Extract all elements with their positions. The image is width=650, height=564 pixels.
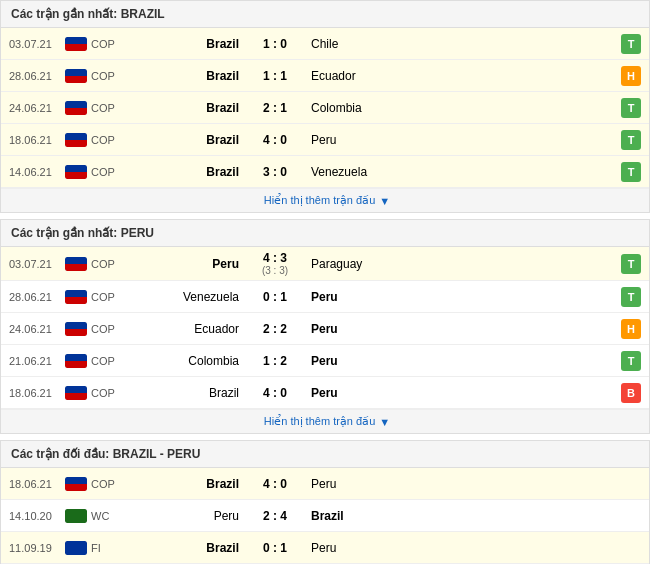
- comp-flag: [65, 322, 87, 336]
- home-team: Brazil: [145, 133, 245, 147]
- competition: COP: [65, 257, 145, 271]
- home-team: Brazil: [145, 541, 245, 555]
- result-badge: H: [621, 66, 641, 86]
- home-team: Peru: [145, 257, 245, 271]
- comp-label: COP: [91, 134, 115, 146]
- match-row: 21.06.21 COP Colombia 1 : 2 Peru T: [1, 345, 649, 377]
- svg-rect-3: [65, 76, 87, 83]
- match-row: 24.06.21 COP Ecuador 2 : 2 Peru H: [1, 313, 649, 345]
- result-badge: B: [621, 383, 641, 403]
- match-row: 18.06.21 COP Brazil 4 : 0 Peru B: [1, 377, 649, 409]
- competition: COP: [65, 386, 145, 400]
- svg-rect-13: [65, 297, 87, 304]
- svg-rect-22: [65, 509, 87, 516]
- competition: COP: [65, 133, 145, 147]
- score: 1 : 1: [245, 69, 305, 83]
- match-row: 28.06.21 COP Brazil 1 : 1 Ecuador H: [1, 60, 649, 92]
- match-row: 03.07.21 COP Brazil 1 : 0 Chile T: [1, 28, 649, 60]
- away-team: Peru: [305, 541, 405, 555]
- comp-flag: [65, 69, 87, 83]
- score: 0 : 1: [245, 290, 305, 304]
- svg-rect-15: [65, 329, 87, 336]
- comp-flag: [65, 354, 87, 368]
- comp-label: COP: [91, 387, 115, 399]
- match-date: 18.06.21: [9, 134, 65, 146]
- comp-label: WC: [91, 510, 109, 522]
- comp-label: COP: [91, 258, 115, 270]
- svg-rect-16: [65, 354, 87, 361]
- home-team: Brazil: [145, 165, 245, 179]
- comp-flag: [65, 541, 87, 555]
- section-brazil-recent: Các trận gần nhất: BRAZIL 03.07.21 COP B…: [0, 0, 650, 213]
- result-badge: T: [621, 254, 641, 274]
- chevron-down-icon: ▼: [379, 195, 390, 207]
- svg-rect-18: [65, 386, 87, 393]
- match-date: 24.06.21: [9, 323, 65, 335]
- match-row: 24.06.21 COP Brazil 2 : 1 Colombia T: [1, 92, 649, 124]
- competition: FI: [65, 541, 145, 555]
- away-team: Peru: [305, 354, 405, 368]
- match-row: 11.09.19 FI Brazil 0 : 1 Peru: [1, 532, 649, 564]
- chevron-down-icon: ▼: [379, 416, 390, 428]
- away-team: Peru: [305, 477, 405, 491]
- competition: COP: [65, 322, 145, 336]
- comp-flag: [65, 386, 87, 400]
- away-team: Paraguay: [305, 257, 405, 271]
- result-badge: T: [621, 130, 641, 150]
- comp-flag: [65, 133, 87, 147]
- svg-rect-5: [65, 108, 87, 115]
- home-team: Venezuela: [145, 290, 245, 304]
- competition: COP: [65, 37, 145, 51]
- comp-flag: [65, 509, 87, 523]
- svg-rect-24: [65, 541, 87, 548]
- score: 1 : 2: [245, 354, 305, 368]
- comp-label: COP: [91, 291, 115, 303]
- svg-rect-21: [65, 484, 87, 491]
- match-date: 24.06.21: [9, 102, 65, 114]
- match-row: 18.06.21 COP Brazil 4 : 0 Peru: [1, 468, 649, 500]
- match-date: 14.06.21: [9, 166, 65, 178]
- show-more-button[interactable]: Hiển thị thêm trận đấu ▼: [1, 188, 649, 212]
- svg-rect-10: [65, 257, 87, 264]
- home-team: Colombia: [145, 354, 245, 368]
- svg-rect-1: [65, 44, 87, 51]
- svg-rect-20: [65, 477, 87, 484]
- svg-rect-4: [65, 101, 87, 108]
- match-row: 28.06.21 COP Venezuela 0 : 1 Peru T: [1, 281, 649, 313]
- away-team: Chile: [305, 37, 405, 51]
- section-header: Các trận gần nhất: PERU: [1, 220, 649, 247]
- result-badge: T: [621, 34, 641, 54]
- comp-label: COP: [91, 38, 115, 50]
- home-team: Brazil: [145, 386, 245, 400]
- score: 4 : 0: [245, 133, 305, 147]
- section-head-to-head: Các trận đối đầu: BRAZIL - PERU 18.06.21…: [0, 440, 650, 564]
- svg-rect-23: [65, 516, 87, 523]
- away-team: Peru: [305, 386, 405, 400]
- match-date: 28.06.21: [9, 70, 65, 82]
- show-more-button[interactable]: Hiển thị thêm trận đấu ▼: [1, 409, 649, 433]
- match-row: 03.07.21 COP Peru 4 : 3(3 : 3) Paraguay …: [1, 247, 649, 281]
- comp-label: COP: [91, 166, 115, 178]
- comp-flag: [65, 290, 87, 304]
- match-date: 28.06.21: [9, 291, 65, 303]
- result-badge: T: [621, 287, 641, 307]
- match-date: 21.06.21: [9, 355, 65, 367]
- competition: COP: [65, 477, 145, 491]
- competition: COP: [65, 354, 145, 368]
- result-badge: T: [621, 351, 641, 371]
- section-header: Các trận gần nhất: BRAZIL: [1, 1, 649, 28]
- match-date: 18.06.21: [9, 387, 65, 399]
- svg-rect-11: [65, 264, 87, 271]
- competition: COP: [65, 290, 145, 304]
- comp-flag: [65, 37, 87, 51]
- match-date: 03.07.21: [9, 258, 65, 270]
- away-team: Ecuador: [305, 69, 405, 83]
- comp-label: COP: [91, 70, 115, 82]
- comp-flag: [65, 165, 87, 179]
- score: 2 : 1: [245, 101, 305, 115]
- away-team: Peru: [305, 290, 405, 304]
- match-row: 14.06.21 COP Brazil 3 : 0 Venezuela T: [1, 156, 649, 188]
- score-sub: (3 : 3): [245, 265, 305, 276]
- svg-rect-2: [65, 69, 87, 76]
- score: 4 : 3(3 : 3): [245, 251, 305, 276]
